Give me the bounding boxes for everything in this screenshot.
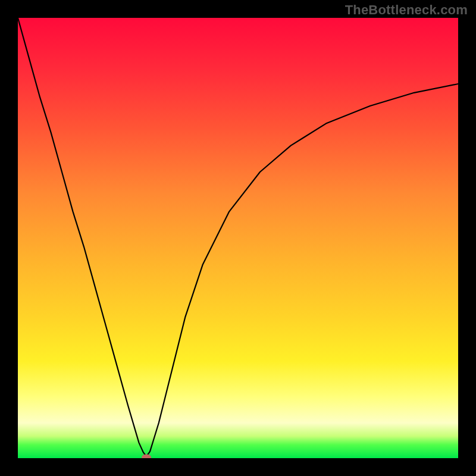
watermark-text: TheBottleneck.com bbox=[345, 2, 468, 18]
minimum-marker bbox=[142, 455, 151, 459]
bottleneck-curve-path bbox=[18, 18, 458, 456]
plot-area bbox=[18, 18, 458, 458]
chart-outer-frame: TheBottleneck.com bbox=[0, 0, 476, 476]
bottleneck-curve-svg bbox=[18, 18, 458, 458]
